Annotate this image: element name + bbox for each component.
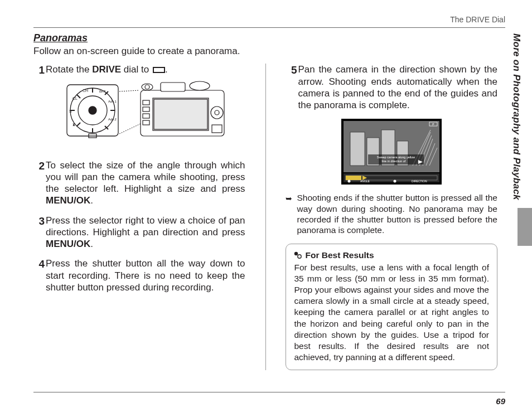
step-2: 2 To select the size of the angle throug… <box>33 159 245 207</box>
footer-rule <box>33 392 505 392</box>
svg-text:⧗: ⧗ <box>72 123 75 127</box>
thumb-tab <box>518 208 532 246</box>
two-column-layout: 1 Rotate the DRIVE dial to . <box>33 64 497 370</box>
panorama-icon <box>153 67 165 73</box>
chapter-side-label: More on Photography and Playback <box>511 33 522 200</box>
step1-text-d: . <box>165 64 168 75</box>
svg-text:S: S <box>69 109 72 113</box>
step4-body: Press the shutter button all the way dow… <box>46 258 245 293</box>
tip-title: For Best Results <box>305 250 374 261</box>
svg-rect-31 <box>143 120 149 125</box>
content-area: Panoramas Follow an on-screen guide to c… <box>33 32 497 370</box>
pano-hint-line1: Sweep camera along yellow <box>377 156 415 159</box>
step1-drive: DRIVE <box>92 64 121 75</box>
angle-label: ANGLE <box>360 180 370 183</box>
info-note: ➥ Shooting ends if the shutter button is… <box>286 192 497 236</box>
step-number: 1 <box>33 64 45 151</box>
svg-rect-28 <box>143 100 149 105</box>
svg-rect-30 <box>143 114 149 118</box>
column-divider <box>265 64 266 370</box>
step3-menuok: MENU/OK <box>46 239 90 249</box>
svg-rect-27 <box>212 125 222 133</box>
svg-point-35 <box>145 85 149 89</box>
svg-point-33 <box>190 81 210 90</box>
svg-point-55 <box>394 180 396 183</box>
page-number: 69 <box>496 396 505 406</box>
direction-label: DIRECTION <box>412 180 427 183</box>
step-number: 3 <box>33 215 45 250</box>
svg-text:CL: CL <box>72 96 78 100</box>
svg-point-26 <box>215 110 219 115</box>
svg-rect-38 <box>350 132 365 166</box>
tip-box: For Best Results For best results, use a… <box>286 244 497 370</box>
note-icon: ➥ <box>286 194 293 236</box>
right-column: 5 Pan the camera in the direction shown … <box>286 64 497 370</box>
svg-point-3 <box>89 106 96 114</box>
step-5: 5 Pan the camera in the direction shown … <box>286 64 497 111</box>
step-number: 4 <box>33 258 45 293</box>
section-title: Panoramas <box>33 32 497 44</box>
step2-text-c: . <box>90 195 93 206</box>
section-intro: Follow an on-screen guide to create a pa… <box>33 45 497 57</box>
svg-text:Adv.1: Adv.1 <box>108 100 117 103</box>
svg-rect-24 <box>154 99 207 129</box>
svg-rect-29 <box>143 107 149 111</box>
step1-text-a: Rotate the <box>46 64 92 75</box>
svg-line-21 <box>119 124 141 134</box>
svg-rect-52 <box>346 176 361 180</box>
camera-dial-illustration: CH CL S ⧗ BKT Adv.1 Adv.2 <box>65 80 226 145</box>
svg-rect-32 <box>161 83 185 91</box>
tip-icon <box>294 251 302 259</box>
step2-text-a: To select the size of the angle through … <box>46 160 245 195</box>
svg-text:CH: CH <box>83 89 88 93</box>
svg-text:BKT: BKT <box>99 90 106 93</box>
step-number: 5 <box>286 64 297 111</box>
manual-page: The DRIVE Dial More on Photography and P… <box>0 0 532 417</box>
pano-hint-line2: line in direction of <box>382 159 406 163</box>
step-1: 1 Rotate the DRIVE dial to . <box>33 64 245 151</box>
step5-body: Pan the camera in the direction shown by… <box>298 64 497 111</box>
svg-point-58 <box>294 252 298 255</box>
running-head: The DRIVE Dial <box>450 15 505 24</box>
step3-text-a: Press the selector right to view a choic… <box>46 215 245 237</box>
svg-point-54 <box>348 180 351 183</box>
step1-text-c: dial to <box>121 64 152 75</box>
svg-text:Adv.2: Adv.2 <box>108 118 117 121</box>
svg-point-59 <box>298 255 301 258</box>
step-4: 4 Press the shutter button all the way d… <box>33 258 245 293</box>
header-rule <box>33 27 505 28</box>
note-body: Shooting ends if the shutter button is p… <box>297 192 497 236</box>
step3-text-c: . <box>90 239 93 249</box>
step-number: 2 <box>33 159 45 207</box>
step-3: 3 Press the selector right to view a cho… <box>33 215 245 250</box>
left-column: 1 Rotate the DRIVE dial to . <box>33 64 245 370</box>
svg-line-20 <box>119 90 139 91</box>
tip-body: For best results, use a lens with a foca… <box>294 262 489 363</box>
step2-menuok: MENU/OK <box>46 195 90 206</box>
panorama-screen-illustration: Sweep camera along yellow line in direct… <box>341 119 442 185</box>
